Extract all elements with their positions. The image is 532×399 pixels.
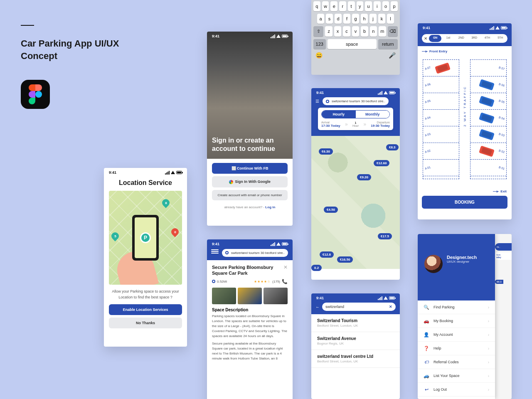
- key-b[interactable]: b: [361, 26, 368, 37]
- map-view[interactable]: €6.30€8.3€12.60€9.20€4.50€17.5€12.8€16.5…: [311, 136, 400, 269]
- parking-slot[interactable]: B 02: [470, 143, 506, 160]
- photo-thumbnails[interactable]: [212, 288, 288, 304]
- clear-icon[interactable]: ✕: [389, 305, 392, 309]
- floor-tab[interactable]: 1st: [442, 35, 454, 42]
- parking-slot[interactable]: A 01: [423, 160, 459, 176]
- back-arrow-icon[interactable]: ←: [315, 305, 320, 309]
- duration[interactable]: 1Hour: [352, 121, 359, 127]
- key-n[interactable]: n: [370, 26, 377, 37]
- search-input[interactable]: switzerland tourism 30 bedford stre..: [323, 97, 389, 105]
- space-key[interactable]: space: [328, 39, 377, 49]
- key-t[interactable]: t: [348, 1, 355, 11]
- key-v[interactable]: v: [352, 26, 359, 37]
- key-u[interactable]: u: [365, 1, 372, 11]
- parking-slot[interactable]: A 07: [423, 60, 459, 76]
- signin-email-button[interactable]: Create account with email or phone numbe…: [212, 190, 288, 200]
- close-icon[interactable]: ✕: [423, 35, 429, 42]
- price-pill[interactable]: €4.50: [324, 207, 338, 213]
- arrival-time[interactable]: Arrival17:30 Today: [321, 121, 340, 128]
- key-e[interactable]: e: [330, 1, 337, 11]
- parking-slot[interactable]: A 02: [423, 143, 459, 160]
- duration-toggle[interactable]: Hourly Monthly: [321, 110, 390, 118]
- no-thanks-button[interactable]: No Thanks: [109, 318, 182, 328]
- key-i[interactable]: i: [374, 1, 381, 11]
- price-pill[interactable]: €9.20: [357, 174, 371, 180]
- price-pill[interactable]: €17.5: [378, 233, 392, 239]
- close-icon[interactable]: ✕: [283, 264, 288, 270]
- enable-location-button[interactable]: Enable Location Services: [109, 304, 182, 315]
- key-s[interactable]: s: [326, 14, 333, 24]
- traffic-label: 2 WAY TRAFFIC: [463, 86, 467, 127]
- floor-tab[interactable]: 4TH: [481, 35, 493, 42]
- key-a[interactable]: a: [317, 14, 324, 24]
- parking-slot[interactable]: A 03: [423, 126, 459, 143]
- menu-item[interactable]: ❓Help›: [418, 342, 495, 355]
- key-x[interactable]: x: [334, 26, 341, 37]
- menu-item[interactable]: 🏷Referral Codes›: [418, 355, 495, 369]
- search-input[interactable]: switzerland tourism 30 bedford stre..: [222, 249, 288, 257]
- key-y[interactable]: y: [357, 1, 364, 11]
- departure-time[interactable]: Departure19:30 Today: [371, 121, 390, 128]
- price-pill[interactable]: €12.60: [374, 160, 389, 166]
- menu-item[interactable]: 🔍Find Parking›: [418, 300, 495, 314]
- key-h[interactable]: h: [361, 14, 368, 24]
- menu-item[interactable]: ↩Log Out›: [418, 383, 495, 397]
- search-results-screen: 9:41 ← switzerland✕ Switzerland TourismB…: [311, 293, 400, 399]
- booking-button[interactable]: BOOKING: [422, 196, 507, 209]
- parking-slot[interactable]: B 05: [470, 93, 506, 110]
- num-key[interactable]: 123: [313, 39, 326, 49]
- key-r[interactable]: r: [339, 1, 346, 11]
- backspace-key[interactable]: ⌫: [388, 26, 398, 37]
- price-pill[interactable]: 0.2: [311, 265, 322, 271]
- return-key[interactable]: return: [378, 39, 398, 49]
- key-w[interactable]: w: [322, 1, 329, 11]
- parking-slot[interactable]: A 05: [423, 93, 459, 110]
- floor-tabs[interactable]: ✕GN1st2ND3RD4TH5TH: [422, 34, 507, 43]
- price-pill[interactable]: €16.50: [337, 256, 353, 263]
- menu-item-icon: 🏷: [424, 359, 429, 365]
- menu-icon[interactable]: ☰: [315, 99, 319, 103]
- signin-google-button[interactable]: Sign In With Google: [212, 176, 288, 187]
- price-pill[interactable]: €8.3: [386, 144, 399, 150]
- continue-fb-button[interactable]: ⬜ Continue With FB: [212, 163, 288, 174]
- key-k[interactable]: k: [378, 14, 385, 24]
- parking-slot[interactable]: B 07: [470, 60, 506, 76]
- search-result-item[interactable]: Switzerland TourismBedford Street, Londo…: [311, 314, 400, 332]
- key-z[interactable]: z: [325, 26, 332, 37]
- parking-slot[interactable]: B 03: [470, 126, 506, 143]
- key-q[interactable]: q: [313, 1, 320, 11]
- search-result-item[interactable]: switzerland travel centre LtdBedford Str…: [311, 350, 400, 368]
- price-pill[interactable]: €12.8: [320, 251, 334, 258]
- mic-key[interactable]: 🎤: [389, 52, 396, 59]
- floor-tab[interactable]: 2ND: [455, 35, 468, 42]
- key-g[interactable]: g: [352, 14, 359, 24]
- menu-item[interactable]: 🚗My Booking›: [418, 314, 495, 328]
- menu-item[interactable]: 👤My Account›: [418, 328, 495, 342]
- floor-tab[interactable]: 3RD: [468, 35, 480, 42]
- parking-slot[interactable]: B 04: [470, 110, 506, 126]
- key-p[interactable]: p: [391, 1, 398, 11]
- user-avatar[interactable]: [424, 255, 443, 273]
- login-link[interactable]: Log in: [265, 205, 275, 209]
- shift-key[interactable]: ⇧: [313, 26, 323, 37]
- key-m[interactable]: m: [379, 26, 386, 37]
- floor-tab[interactable]: 5TH: [494, 35, 507, 42]
- key-c[interactable]: c: [343, 26, 350, 37]
- emoji-key[interactable]: 😀: [315, 52, 323, 59]
- key-d[interactable]: d: [335, 14, 342, 24]
- key-f[interactable]: f: [343, 14, 350, 24]
- key-o[interactable]: o: [382, 1, 389, 11]
- menu-icon[interactable]: [211, 249, 219, 254]
- parking-slot[interactable]: A 06: [423, 76, 459, 93]
- key-l[interactable]: l: [387, 14, 394, 24]
- key-j[interactable]: j: [369, 14, 377, 24]
- price-pill[interactable]: €6.30: [319, 148, 333, 155]
- parking-slot[interactable]: B 01: [470, 160, 506, 176]
- search-input[interactable]: switzerland✕: [322, 303, 396, 311]
- parking-slot[interactable]: A 04: [423, 110, 459, 126]
- parking-slot[interactable]: B 06: [470, 76, 506, 93]
- search-result-item[interactable]: Switzerland AvenueBognor Regis, UK: [311, 332, 400, 350]
- phone-icon[interactable]: 📞: [282, 279, 288, 284]
- menu-item[interactable]: 🚙List Your Space›: [418, 369, 495, 383]
- floor-tab[interactable]: GN: [429, 35, 441, 42]
